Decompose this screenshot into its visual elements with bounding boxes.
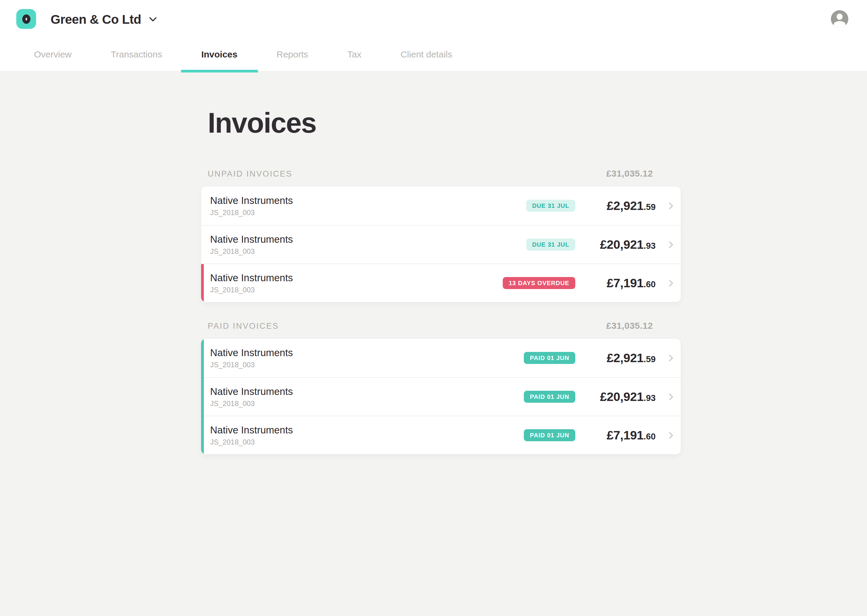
chevron-right-icon xyxy=(666,432,673,439)
tab-client-details[interactable]: Client details xyxy=(400,38,452,71)
tab-label: Overview xyxy=(34,49,72,60)
amount-main: £2,921 xyxy=(607,351,643,365)
paid-invoices-section: PAID INVOICES £31,035.12 Native Instrume… xyxy=(201,321,681,454)
tab-label: Transactions xyxy=(111,49,162,60)
amount-main: £20,921 xyxy=(600,390,644,404)
amount-main: £2,921 xyxy=(607,199,643,213)
status-badge: DUE 31 JUL xyxy=(526,200,575,212)
tab-reports[interactable]: Reports xyxy=(277,38,308,71)
paid-invoices-card: Native Instruments JS_2018_003 PAID 01 J… xyxy=(201,339,681,454)
chevron-right-icon xyxy=(666,280,673,287)
invoice-row[interactable]: Native Instruments JS_2018_003 13 DAYS O… xyxy=(201,264,681,302)
unpaid-invoices-card: Native Instruments JS_2018_003 DUE 31 JU… xyxy=(201,187,681,302)
invoice-row[interactable]: Native Instruments JS_2018_003 DUE 31 JU… xyxy=(201,187,681,225)
section-label: UNPAID INVOICES xyxy=(208,169,293,179)
amount-main: £7,191 xyxy=(607,428,643,442)
invoice-reference: JS_2018_003 xyxy=(210,438,524,446)
company-switcher[interactable]: Green & Co Ltd xyxy=(50,0,156,39)
company-name: Green & Co Ltd xyxy=(50,13,141,27)
tab-invoices[interactable]: Invoices xyxy=(202,38,238,71)
status-badge: 13 DAYS OVERDUE xyxy=(503,277,575,289)
invoice-amount: £7,191.60 xyxy=(584,276,656,290)
status-badge: PAID 01 JUN xyxy=(524,352,575,364)
amount-main: £20,921 xyxy=(600,237,644,251)
chevron-right-icon xyxy=(666,354,673,361)
invoice-reference: JS_2018_003 xyxy=(210,399,524,408)
top-header: Green & Co Ltd Overview Transactions Inv… xyxy=(0,0,867,71)
invoice-client-name: Native Instruments xyxy=(210,272,503,284)
invoice-client-name: Native Instruments xyxy=(210,234,526,245)
amount-decimal: .59 xyxy=(644,354,656,364)
invoice-client-name: Native Instruments xyxy=(210,386,524,398)
tab-label: Client details xyxy=(400,49,452,60)
tab-label: Tax xyxy=(347,49,361,60)
amount-decimal: .93 xyxy=(644,241,656,251)
chevron-right-icon xyxy=(666,241,673,248)
tab-transactions[interactable]: Transactions xyxy=(111,38,162,71)
invoice-reference: JS_2018_003 xyxy=(210,209,526,217)
invoice-row[interactable]: Native Instruments JS_2018_003 DUE 31 JU… xyxy=(201,225,681,264)
invoice-info: Native Instruments JS_2018_003 xyxy=(210,195,526,217)
user-avatar-icon[interactable] xyxy=(831,10,848,28)
section-label: PAID INVOICES xyxy=(208,322,279,331)
invoice-amount: £20,921.93 xyxy=(584,237,656,252)
amount-decimal: .93 xyxy=(644,393,656,403)
section-total: £31,035.12 xyxy=(606,168,653,179)
paid-stripe xyxy=(201,339,204,454)
chevron-right-icon xyxy=(666,393,673,400)
invoice-info: Native Instruments JS_2018_003 xyxy=(210,424,524,446)
tab-label: Reports xyxy=(277,49,308,60)
section-header: PAID INVOICES £31,035.12 xyxy=(208,321,653,331)
invoice-amount: £2,921.59 xyxy=(584,199,656,213)
tab-tax[interactable]: Tax xyxy=(347,38,361,71)
active-tab-underline xyxy=(181,70,258,72)
amount-main: £7,191 xyxy=(607,276,643,290)
invoice-row[interactable]: Native Instruments JS_2018_003 PAID 01 J… xyxy=(201,416,681,454)
section-total: £31,035.12 xyxy=(606,321,653,331)
brand-ring-icon xyxy=(22,14,30,24)
invoice-client-name: Native Instruments xyxy=(210,347,524,358)
status-badge: PAID 01 JUN xyxy=(524,391,575,403)
invoice-amount: £2,921.59 xyxy=(584,351,656,365)
chevron-down-icon xyxy=(149,14,156,22)
invoice-reference: JS_2018_003 xyxy=(210,247,526,256)
amount-decimal: .59 xyxy=(644,202,656,212)
status-badge: DUE 31 JUL xyxy=(526,239,575,251)
section-header: UNPAID INVOICES £31,035.12 xyxy=(208,168,653,179)
invoice-amount: £7,191.60 xyxy=(584,428,656,442)
avatar-body-shape xyxy=(834,21,846,28)
tab-label: Invoices xyxy=(202,49,238,60)
invoice-amount: £20,921.93 xyxy=(584,390,656,404)
invoice-info: Native Instruments JS_2018_003 xyxy=(210,347,524,369)
invoice-row[interactable]: Native Instruments JS_2018_003 PAID 01 J… xyxy=(201,377,681,416)
tab-overview[interactable]: Overview xyxy=(34,38,72,71)
amount-decimal: .60 xyxy=(644,432,656,441)
invoice-reference: JS_2018_003 xyxy=(210,286,503,294)
invoice-row[interactable]: Native Instruments JS_2018_003 PAID 01 J… xyxy=(201,339,681,377)
invoice-info: Native Instruments JS_2018_003 xyxy=(210,234,526,256)
unpaid-invoices-section: UNPAID INVOICES £31,035.12 Native Instru… xyxy=(201,168,681,302)
invoice-info: Native Instruments JS_2018_003 xyxy=(210,386,524,408)
invoice-reference: JS_2018_003 xyxy=(210,361,524,369)
amount-decimal: .60 xyxy=(644,280,656,289)
status-badge: PAID 01 JUN xyxy=(524,429,575,441)
page-title: Invoices xyxy=(208,109,681,137)
invoice-client-name: Native Instruments xyxy=(210,195,526,206)
chevron-right-icon xyxy=(666,202,673,209)
overdue-stripe xyxy=(201,264,204,302)
main-content: Invoices UNPAID INVOICES £31,035.12 Nati… xyxy=(201,109,681,454)
invoice-client-name: Native Instruments xyxy=(210,424,524,436)
avatar-head-shape xyxy=(837,14,843,20)
invoice-info: Native Instruments JS_2018_003 xyxy=(210,272,503,294)
tab-bar: Overview Transactions Invoices Reports T… xyxy=(0,38,867,71)
brand-logo-icon xyxy=(16,9,36,29)
